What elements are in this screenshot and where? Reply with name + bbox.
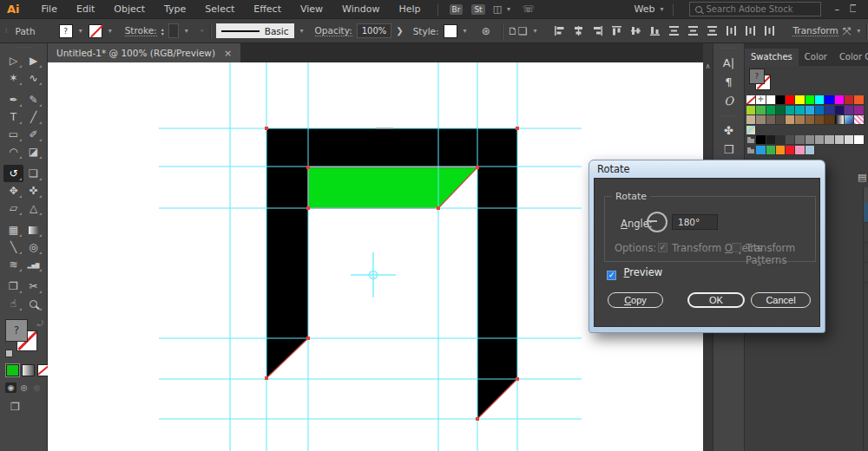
fill-proxy[interactable]: ? bbox=[749, 69, 765, 84]
distribute-bottom-icon[interactable] bbox=[706, 24, 719, 37]
shape-builder-tool-icon[interactable]: ▱ bbox=[3, 199, 23, 217]
menu-file[interactable]: File bbox=[32, 3, 67, 15]
opacity-value[interactable]: 100% bbox=[357, 23, 392, 38]
align-middle-icon[interactable] bbox=[629, 24, 642, 37]
align-bottom-icon[interactable] bbox=[648, 24, 661, 37]
layer-row[interactable]: <Path> bbox=[864, 223, 868, 243]
document-tab[interactable]: Untitled-1* @ 100% (RGB/Preview) × bbox=[48, 43, 240, 62]
minimize-button[interactable]: – bbox=[835, 3, 840, 15]
hand-tool-icon[interactable]: ☝ bbox=[3, 295, 23, 312]
color-button[interactable] bbox=[6, 364, 19, 376]
workspace-select[interactable]: Web bbox=[635, 3, 655, 15]
pen-tool-icon[interactable]: ✒ bbox=[3, 91, 23, 108]
angle-input[interactable]: 180° bbox=[672, 214, 718, 230]
swatch[interactable] bbox=[766, 135, 776, 145]
menu-edit[interactable]: Edit bbox=[67, 3, 104, 15]
gradient-button[interactable] bbox=[22, 364, 35, 376]
recolor-artwork-icon[interactable]: ⊛ bbox=[482, 25, 490, 37]
swatch[interactable] bbox=[806, 146, 815, 155]
swatch[interactable] bbox=[825, 106, 834, 115]
preview-checkbox[interactable]: ✓ bbox=[607, 271, 616, 280]
swatch[interactable] bbox=[815, 115, 825, 125]
gradient-tool-icon[interactable] bbox=[23, 221, 43, 239]
curvature-tool-icon[interactable]: ✎ bbox=[23, 91, 43, 108]
opentype-panel-icon[interactable]: O bbox=[713, 92, 744, 111]
menu-window[interactable]: Window bbox=[332, 3, 389, 15]
chevron-down-icon[interactable]: ▾ bbox=[79, 27, 82, 35]
tab-properties[interactable]: Properties bbox=[864, 187, 868, 203]
brush-definition-select[interactable]: Basic bbox=[216, 23, 294, 38]
swatch[interactable] bbox=[815, 95, 825, 105]
distribute-left-icon[interactable] bbox=[725, 24, 738, 37]
layer-row[interactable]: <Path> bbox=[864, 243, 868, 263]
drag-handle[interactable]: ······ bbox=[0, 43, 47, 52]
eraser-tool-icon[interactable]: ◪ bbox=[23, 143, 43, 160]
chevron-down-icon[interactable]: ▾ bbox=[108, 27, 112, 35]
zoom-tool-icon[interactable] bbox=[23, 295, 43, 312]
stroke-label[interactable]: Stroke: bbox=[125, 25, 157, 36]
stroke-swatch[interactable] bbox=[89, 24, 102, 38]
swatch[interactable] bbox=[756, 106, 766, 115]
symbol-sprayer-tool-icon[interactable]: ≋ bbox=[3, 256, 23, 273]
swatch[interactable] bbox=[786, 135, 795, 145]
draw-behind-icon[interactable]: ◎ bbox=[18, 382, 30, 393]
swatch[interactable] bbox=[795, 106, 805, 115]
menu-help[interactable]: Help bbox=[389, 3, 430, 15]
lasso-tool-icon[interactable]: ∿ bbox=[23, 69, 43, 87]
layer-row[interactable]: 1 bbox=[864, 263, 868, 283]
shaper-tool-icon[interactable]: ◠ bbox=[3, 143, 23, 160]
opacity-label[interactable]: Opacity: bbox=[315, 25, 352, 36]
swatch[interactable] bbox=[835, 135, 845, 145]
screen-mode-icon[interactable]: ❐ bbox=[10, 401, 47, 413]
direct-selection-tool-icon[interactable]: ▶ bbox=[23, 52, 43, 69]
scroll-up-icon[interactable]: ∧ bbox=[703, 62, 713, 70]
transform-icon[interactable]: ⤧ bbox=[843, 25, 852, 37]
default-fill-stroke-icon[interactable] bbox=[5, 350, 13, 357]
align-right-icon[interactable] bbox=[591, 24, 604, 37]
fill-indicator[interactable]: ? bbox=[5, 319, 28, 342]
tab-color[interactable]: Color bbox=[799, 49, 833, 66]
mesh-tool-icon[interactable]: ▦ bbox=[3, 221, 23, 239]
transform-label[interactable]: Transform bbox=[792, 25, 838, 36]
swatch-folder-icon[interactable] bbox=[746, 135, 756, 145]
distribute-center-icon[interactable] bbox=[687, 24, 700, 37]
line-segment-tool-icon[interactable]: ╱ bbox=[23, 108, 43, 126]
swatch-pattern[interactable] bbox=[854, 115, 864, 125]
swatch[interactable] bbox=[756, 135, 766, 145]
swatch-pattern[interactable] bbox=[746, 126, 756, 135]
stroke-weight-stepper[interactable]: ▴▾ bbox=[161, 27, 164, 36]
swatch[interactable] bbox=[756, 115, 766, 125]
distribute-top-icon[interactable] bbox=[667, 24, 681, 37]
close-icon[interactable]: × bbox=[224, 48, 232, 59]
slice-tool-icon[interactable]: ✂ bbox=[23, 278, 43, 295]
stock-button[interactable]: St bbox=[471, 4, 484, 15]
align-top-icon[interactable] bbox=[610, 24, 623, 37]
chevron-down-icon[interactable]: ▾ bbox=[857, 27, 860, 35]
copy-button[interactable]: Copy bbox=[608, 292, 663, 308]
puppet-warp-tool-icon[interactable]: ✜ bbox=[23, 182, 43, 199]
swatch[interactable] bbox=[795, 135, 805, 145]
eyedropper-tool-icon[interactable]: ╲ bbox=[3, 239, 23, 256]
paintbrush-tool-icon[interactable]: ✐ bbox=[23, 126, 43, 143]
swatch[interactable] bbox=[835, 106, 845, 115]
column-graph-tool-icon[interactable]: ▂▅▇ bbox=[23, 256, 43, 273]
tab-swatches[interactable]: Swatches bbox=[745, 49, 799, 66]
angle-dial[interactable] bbox=[647, 212, 667, 232]
swatch[interactable] bbox=[776, 106, 786, 115]
paragraph-panel-icon[interactable]: ¶ bbox=[713, 73, 744, 92]
menu-type[interactable]: Type bbox=[155, 3, 195, 15]
selection-tool-icon[interactable]: ▷ bbox=[3, 52, 23, 69]
ok-button[interactable]: OK bbox=[687, 292, 745, 308]
distribute-right-icon[interactable] bbox=[763, 24, 776, 37]
cancel-button[interactable]: Cancel bbox=[751, 292, 811, 308]
swatch[interactable] bbox=[825, 115, 834, 125]
swatch-gradient[interactable] bbox=[845, 115, 854, 125]
swatch[interactable] bbox=[806, 95, 815, 105]
drag-handle[interactable]: ⁞ bbox=[5, 29, 8, 32]
brushes-panel-icon[interactable]: ✤ bbox=[713, 121, 744, 141]
swatch[interactable] bbox=[795, 115, 805, 125]
menu-effect[interactable]: Effect bbox=[244, 3, 291, 15]
swatch[interactable] bbox=[766, 115, 776, 125]
swatch[interactable] bbox=[776, 146, 786, 155]
magic-wand-tool-icon[interactable]: ✶ bbox=[3, 69, 23, 87]
